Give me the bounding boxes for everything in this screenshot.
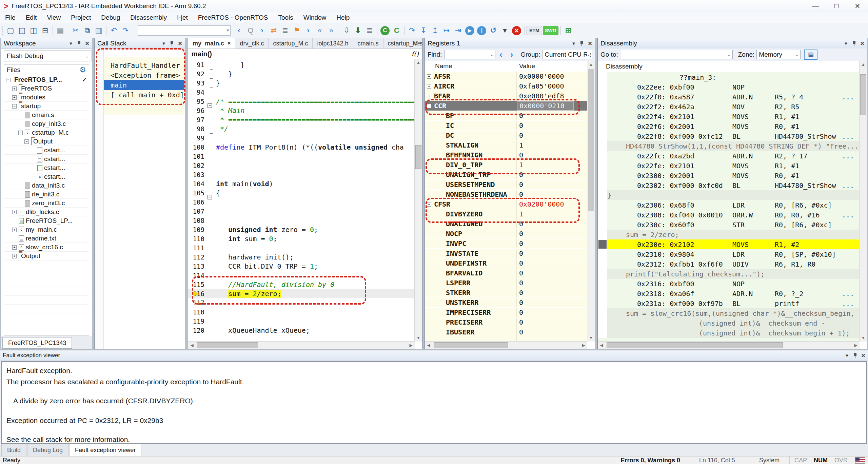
prev-file-icon[interactable]: « [314, 25, 325, 36]
menu-item-i-jet[interactable]: I-jet [172, 12, 193, 23]
tree-item-freertos[interactable]: +FreeRTOS [4, 84, 89, 93]
register-row-dc[interactable]: DC0 [425, 131, 587, 140]
collapse-icon[interactable]: − [18, 131, 23, 135]
expand-icon[interactable]: + [12, 95, 17, 100]
copy-icon[interactable]: ⧉ [82, 25, 93, 36]
menu-item-file[interactable]: File [0, 12, 21, 23]
code-line-107[interactable]: 107 [188, 207, 415, 216]
menu-item-debug[interactable]: Debug [96, 12, 125, 23]
expand-icon[interactable]: + [427, 94, 431, 98]
scroll-up-icon[interactable]: ▲ [587, 61, 595, 68]
disassembly-label[interactable]: ??main_3: [598, 72, 860, 82]
register-row-invpc[interactable]: INVPC0 [425, 239, 587, 249]
code-line-99[interactable]: 99 [188, 133, 415, 142]
disassembly-instruction[interactable]: 0x22ee: 0xbf00NOP [598, 82, 860, 92]
code-line-116[interactable]: 116 sum = 2/zero; [188, 289, 415, 298]
search-input[interactable]: ▾ [138, 25, 231, 36]
code-line-91[interactable]: 91 } [188, 60, 415, 69]
zone-select[interactable]: Memory⌄ [756, 50, 801, 59]
disassembly-instruction[interactable]: 0x22f0: 0xa587ADR.NR5, ?_4... [598, 92, 860, 102]
run-to-cursor-icon[interactable]: ⇥ [453, 25, 463, 36]
scroll-down-icon[interactable]: ▼ [860, 334, 867, 342]
code-line-101[interactable]: 101 [188, 152, 415, 161]
register-row-nocp[interactable]: NOCP0 [425, 229, 587, 239]
callstack-frame[interactable]: main [104, 80, 184, 90]
bottom-tab-build[interactable]: Build [1, 444, 26, 457]
tree-item-freertos-lp-[interactable]: FreeRTOS_LP... [4, 216, 89, 225]
scrollbar-thumb[interactable] [607, 342, 783, 348]
code-line-102[interactable]: 102 [188, 161, 415, 170]
code-line-118[interactable]: 118 [188, 307, 415, 316]
disassembly-source-line[interactable]: (unsigned int)&__checksum_begin + 1); [598, 328, 860, 338]
code-line-98[interactable]: 98 */ [188, 124, 415, 133]
expand-icon[interactable]: + [12, 254, 17, 258]
break-icon[interactable]: ∥ [477, 26, 486, 35]
disassembly-instruction[interactable]: 0x22fc: 0xa2bdADR.NR2, ?_17... [598, 151, 860, 161]
register-row-stkalign[interactable]: STKALIGN1 [425, 140, 587, 150]
debug-log-icon[interactable]: ≣ [364, 25, 375, 36]
panel-menu-icon[interactable]: ▼ [844, 41, 848, 46]
scrollbar-thumb[interactable] [588, 69, 594, 211]
callstack-frame[interactable]: <Exception frame> [104, 70, 184, 80]
menu-item-tools[interactable]: Tools [273, 12, 298, 23]
bookmark-icon[interactable]: ⚑ [291, 25, 302, 36]
step-over-icon[interactable]: ↷ [407, 25, 417, 36]
tree-item-cmain-s[interactable]: cmain.s [4, 111, 89, 119]
code-line-120[interactable]: 120 xQueueHandle xQueue; [188, 326, 415, 335]
tree-item-rle-init3-c[interactable]: rle_init3.c [4, 190, 89, 199]
register-row-ic[interactable]: IC0 [425, 121, 587, 131]
register-row-invstate[interactable]: INVSTATE0 [425, 249, 587, 258]
disassembly-source-line[interactable]: HD44780_StrShow(1,1,(const HD44780_STRIN… [598, 141, 860, 151]
power-log-icon[interactable]: ⊞ [563, 25, 574, 36]
disassembly-source-line[interactable]: sum = slow_crc16(sum,(unsigned char *)&_… [598, 308, 860, 318]
callstack-frame[interactable]: HardFault_Handler [104, 60, 184, 70]
disassembly-instruction[interactable]: 0x2300: 0x2001MOVSR0, #1 [598, 171, 860, 180]
config-select[interactable]: Flash Debug ⌄ [4, 51, 92, 61]
code-line-106[interactable]: 106 [188, 197, 415, 207]
bottom-tab-fault-exception-viewer[interactable]: Fault exception viewer [69, 444, 141, 457]
pin-icon[interactable] [852, 41, 856, 46]
register-row-bp[interactable]: BP0 [425, 111, 587, 121]
registers-vertical-scrollbar[interactable]: ▲ ▼ [587, 61, 595, 342]
code-line-112[interactable]: 112 hardware_init(); [188, 252, 415, 262]
cut-icon[interactable]: ✂ [70, 25, 81, 36]
register-row-unalign_trp[interactable]: UNALIGN_TRP0 [425, 170, 587, 180]
disassembly-instruction[interactable]: 0x22f8: 0xf000 0xfc12BLHD44780_StrShow..… [598, 131, 860, 141]
keyboard-layout-flag-icon[interactable] [855, 457, 865, 464]
editor-tab-my-main-c[interactable]: my_main.c× [188, 38, 235, 49]
code-line-114[interactable]: 114 [188, 271, 415, 280]
menu-item-freertos-openrtos[interactable]: FreeRTOS - OpenRTOS [193, 12, 273, 23]
register-row-impreciserr[interactable]: IMPRECISERR0 [425, 308, 587, 317]
disassembly-instruction[interactable]: 0x231a: 0xf000 0xf97bBLprintf... [598, 298, 860, 308]
disassembly-source-line[interactable]: sum = 2/zero; [598, 230, 860, 239]
panel-menu-icon[interactable]: ▼ [68, 41, 73, 46]
swo-button[interactable]: SWO [543, 26, 558, 35]
scrollbar-thumb[interactable] [415, 145, 421, 169]
collapse-icon[interactable]: − [12, 104, 17, 109]
tab-list-icon[interactable]: ≣▾ [414, 41, 420, 46]
register-row-preciserr[interactable]: PRECISERR0 [425, 317, 587, 327]
editor-horizontal-scrollbar[interactable]: ◀ ▶ [188, 341, 415, 349]
disassembly-instruction[interactable]: 0x22f4: 0x2101MOVSR1, #1 [598, 112, 860, 121]
disassembly-instruction[interactable]: 0x2306: 0x68f0LDRR0, [R6, #0xc] [598, 200, 860, 210]
code-line-109[interactable]: 109 unsigned int zero = 0; [188, 225, 415, 234]
tree-item-copy-init3-c[interactable]: copy_init3.c [4, 119, 89, 128]
find-prev-icon[interactable]: ‹ [495, 50, 506, 59]
code-line-93[interactable]: 93} [188, 78, 415, 88]
pin-icon[interactable] [170, 41, 174, 46]
tree-item-slow-crc16-c[interactable]: +cslow_crc16.c [4, 243, 89, 252]
register-row-bfhfnmign[interactable]: BFHFNMIGN0 [425, 150, 587, 160]
tree-item-cstart-[interactable]: cstart... [4, 146, 89, 155]
tree-item-cstart-[interactable]: cstart... [4, 155, 89, 163]
disassembly-instruction[interactable]: 0x22f6: 0x2001MOVSR0, #1 [598, 121, 860, 131]
editor-tab-cstartup-m-c[interactable]: cstartup_M.c [269, 38, 313, 49]
pin-icon[interactable] [580, 41, 584, 46]
nav-back-icon[interactable]: ‹ [234, 25, 244, 36]
scrollbar-thumb[interactable] [197, 342, 258, 348]
close-tab-icon[interactable]: × [228, 40, 231, 46]
collapse-icon[interactable]: − [24, 139, 29, 144]
register-row-aircr[interactable]: +AIRCR0xfa05'0000 [425, 81, 587, 91]
code-line-94[interactable]: 94 [188, 88, 415, 97]
code-line-100[interactable]: 100#define ITM_Port8(n) (*((volatile uns… [188, 142, 415, 152]
code-line-95[interactable]: 95−/* ==================================… [188, 97, 415, 106]
